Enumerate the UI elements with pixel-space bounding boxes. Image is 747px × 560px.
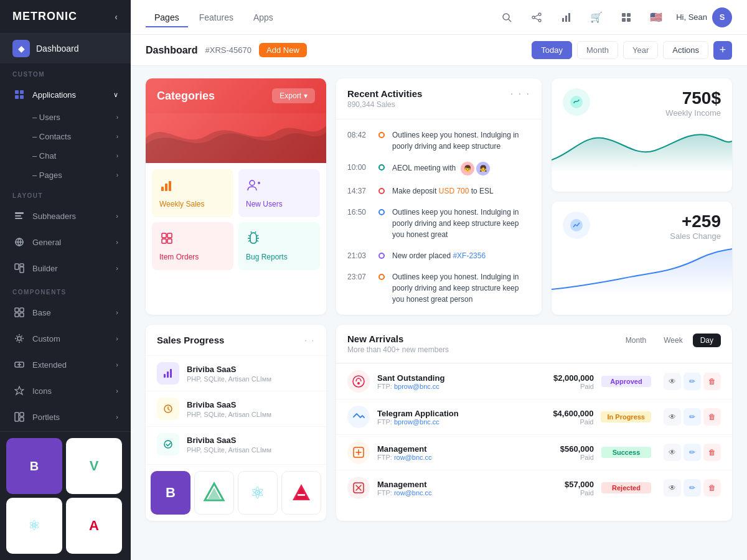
sidebar-item-portlets[interactable]: Portlets › (0, 404, 131, 430)
actions-button[interactable]: Actions (663, 41, 708, 59)
sp-icon-2 (157, 398, 179, 420)
arrival-delete-btn-2[interactable]: 🗑 (703, 408, 721, 426)
framework-logos: B V ⚛ A (0, 431, 131, 560)
new-users-label: New Users (246, 200, 312, 208)
activities-header: Recent Activities 890,344 Sales · · · (336, 78, 542, 119)
arrivals-week-button[interactable]: Week (656, 334, 690, 347)
cart-icon-button[interactable]: 🛒 (586, 7, 606, 27)
user-avatar: S (712, 7, 732, 27)
sidebar-item-general[interactable]: General › (0, 229, 131, 255)
sidebar-item-subheaders[interactable]: Subheaders › (0, 203, 131, 229)
sales-progress-title: Sales Progress (157, 335, 224, 345)
top-row: Categories Export ▾ (146, 78, 732, 315)
sales-change-label: Sales Change (670, 231, 721, 241)
sidebar-item-pages[interactable]: – Pages › (12, 166, 131, 185)
share-icon-button[interactable] (527, 7, 547, 27)
category-weekly-sales[interactable]: Weekly Sales (152, 169, 233, 217)
card-react-logo[interactable]: ⚛ (238, 471, 278, 515)
sidebar-item-chat[interactable]: – Chat › (12, 146, 131, 166)
sidebar-item-icons[interactable]: Icons › (0, 378, 131, 404)
new-users-icon (246, 178, 312, 196)
sidebar-item-contacts[interactable]: – Contacts › (12, 127, 131, 146)
activity-list: 08:42 Outlines keep you honest. Indulgin… (336, 119, 542, 315)
add-new-button[interactable]: Add New (259, 43, 307, 57)
new-arrivals-header: New Arrivals More than 400+ new members … (336, 325, 732, 363)
card-vue-logo[interactable] (194, 471, 234, 515)
arrival-view-btn-3[interactable]: 👁 (664, 444, 681, 461)
arrival-info-4: Management FTP: row@bnc.cc (377, 480, 432, 497)
svg-line-53 (255, 231, 256, 233)
sidebar-collapse-button[interactable]: ‹ (115, 12, 118, 22)
arrival-info-1: Sant Outstanding FTP: bprow@bnc.cc (377, 373, 444, 390)
sidebar-item-custom-component[interactable]: Custom › (0, 325, 131, 352)
sidebar-item-base[interactable]: Base › (0, 299, 131, 325)
arrival-edit-btn-3[interactable]: ✏ (684, 444, 701, 461)
dashboard-icon: ◆ (12, 40, 30, 57)
svg-rect-3 (20, 95, 24, 99)
svg-rect-42 (162, 233, 166, 238)
base-icon (12, 306, 26, 319)
bootstrap-logo[interactable]: B (6, 438, 62, 494)
sp-item-3: Briviba SaaS PHP, SQLite, Artisan CLIмм (146, 426, 326, 462)
sidebar-item-dashboard[interactable]: ◆ Dashboard (0, 34, 131, 63)
svg-point-60 (164, 441, 172, 448)
sidebar-item-extended[interactable]: Extended › (0, 352, 131, 378)
sales-progress-menu[interactable]: · · (304, 335, 315, 345)
arrival-view-btn-2[interactable]: 👁 (664, 408, 681, 426)
sidebar-item-builder[interactable]: Builder › (0, 255, 131, 281)
category-bug-reports[interactable]: Bug Reports (238, 222, 320, 270)
add-widget-button[interactable]: + (713, 41, 732, 60)
arrival-edit-btn-2[interactable]: ✏ (684, 408, 701, 426)
activity-dot (378, 274, 385, 280)
card-angular-logo[interactable] (281, 471, 321, 515)
top-navigation: Pages Features Apps 🛒 🇺🇸 Hi, Sean S (131, 0, 747, 35)
arrival-delete-btn-3[interactable]: 🗑 (703, 444, 721, 461)
base-chevron: › (116, 309, 118, 316)
period-year-button[interactable]: Year (623, 41, 658, 59)
nav-pages-link[interactable]: Pages (146, 7, 188, 27)
export-button[interactable]: Export ▾ (272, 88, 315, 103)
arrival-delete-btn-4[interactable]: 🗑 (703, 479, 721, 497)
arrival-view-btn-4[interactable]: 👁 (664, 479, 681, 497)
sales-change-value: +259 (670, 212, 721, 231)
react-logo[interactable]: ⚛ (6, 498, 62, 554)
card-bootstrap-logo[interactable]: B (151, 471, 190, 515)
nav-features-link[interactable]: Features (190, 7, 242, 27)
arrival-delete-btn-1[interactable]: 🗑 (703, 373, 721, 390)
pages-chevron: › (116, 172, 118, 179)
user-menu[interactable]: Hi, Sean S (676, 7, 732, 27)
arrival-edit-btn-1[interactable]: ✏ (684, 373, 701, 390)
arrival-actions-4: 👁 ✏ 🗑 (664, 479, 721, 497)
arrival-edit-btn-4[interactable]: ✏ (684, 479, 701, 497)
activities-menu-button[interactable]: · · · (510, 88, 530, 100)
period-month-button[interactable]: Month (577, 41, 618, 59)
svg-marker-18 (15, 386, 24, 394)
arrival-ftp-3: FTP: row@bnc.cc (377, 454, 432, 461)
vue-logo[interactable]: V (66, 438, 122, 494)
nav-apps-link[interactable]: Apps (245, 7, 282, 27)
angular-logo[interactable]: A (66, 498, 122, 554)
weekly-sales-icon (159, 178, 226, 196)
sidebar-item-applications[interactable]: Applications ∨ (0, 82, 131, 108)
svg-rect-43 (167, 233, 172, 238)
general-icon (12, 235, 26, 249)
search-icon-button[interactable] (497, 7, 517, 27)
sidebar-item-users[interactable]: – Users › (12, 108, 131, 127)
arrival-amount-2: $4,600,000 Paid (553, 409, 593, 426)
order-link[interactable]: #XF-2356 (453, 251, 486, 260)
arrival-info-3: Management FTP: row@bnc.cc (377, 444, 432, 461)
usd-link[interactable]: USD 700 (439, 187, 469, 195)
svg-rect-38 (169, 181, 171, 191)
sales-change-icon (563, 212, 590, 239)
category-new-users[interactable]: New Users (238, 169, 320, 217)
chart-icon-button[interactable] (557, 7, 576, 27)
arrivals-day-button[interactable]: Day (693, 334, 721, 347)
svg-rect-6 (15, 218, 22, 219)
period-today-button[interactable]: Today (532, 41, 572, 59)
grid-icon-button[interactable] (616, 7, 636, 27)
svg-rect-11 (20, 264, 24, 266)
activities-card: Recent Activities 890,344 Sales · · · 08… (336, 78, 542, 315)
category-item-orders[interactable]: Item Orders (152, 222, 233, 270)
arrivals-month-button[interactable]: Month (618, 334, 654, 347)
arrival-view-btn-1[interactable]: 👁 (664, 373, 681, 390)
